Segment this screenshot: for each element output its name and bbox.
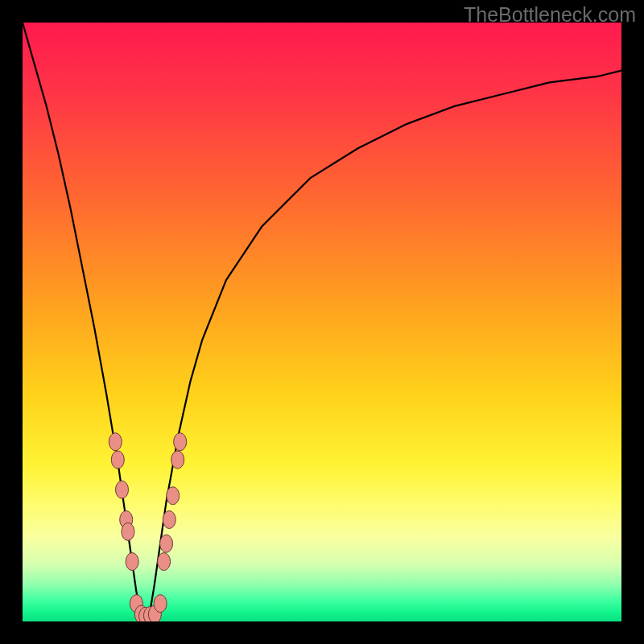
data-marker — [163, 511, 175, 529]
data-marker — [109, 433, 122, 451]
data-marker — [171, 451, 184, 469]
data-marker — [116, 481, 129, 498]
data-marker — [111, 451, 124, 469]
outer-frame: TheBottleneck.com — [0, 0, 644, 644]
data-marker — [158, 553, 171, 571]
chart-svg — [23, 23, 621, 621]
data-marker — [126, 553, 138, 571]
data-marker — [122, 522, 134, 540]
data-marker — [160, 535, 173, 552]
data-marker — [154, 595, 167, 613]
data-marker — [167, 487, 180, 505]
bottleneck-curve — [23, 23, 621, 621]
plot-area — [23, 23, 621, 621]
marker-group — [109, 433, 186, 621]
data-marker — [174, 433, 187, 451]
watermark-text: TheBottleneck.com — [464, 3, 636, 27]
